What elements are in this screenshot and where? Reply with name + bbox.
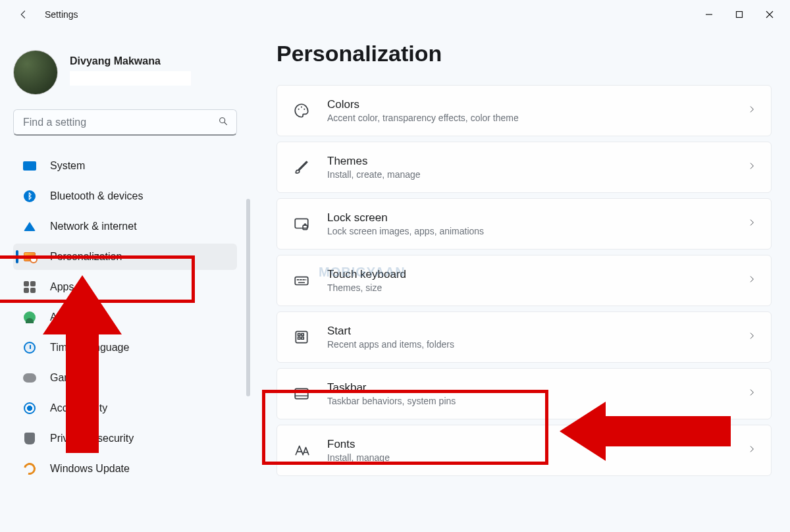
card-title: Taskbar (327, 381, 731, 394)
card-title: Colors (327, 98, 731, 111)
nav-accessibility[interactable]: Accessibility (13, 395, 237, 421)
card-start[interactable]: Start Recent apps and items, folders (276, 311, 772, 363)
svg-rect-12 (302, 337, 303, 339)
svg-rect-9 (298, 334, 300, 336)
nav-label: Gaming (50, 372, 87, 384)
nav-windows-update[interactable]: Windows Update (13, 456, 237, 482)
svg-rect-11 (298, 337, 300, 339)
svg-rect-10 (302, 334, 303, 336)
card-subtitle: Recent apps and items, folders (327, 339, 731, 350)
avatar (13, 50, 58, 95)
card-subtitle: Accent color, transparency effects, colo… (327, 113, 731, 123)
nav-personalization[interactable]: Personalization (13, 244, 237, 270)
chevron-right-icon (747, 218, 756, 230)
apps-icon (22, 280, 37, 294)
palette-icon (292, 101, 311, 120)
card-title: Start (327, 325, 731, 338)
nav-system[interactable]: System (13, 153, 237, 179)
user-block[interactable]: Divyang Makwana (13, 41, 237, 97)
clock-icon (22, 340, 37, 355)
svg-rect-13 (295, 388, 308, 398)
window-controls (694, 4, 785, 25)
shield-icon (22, 431, 37, 446)
svg-rect-7 (295, 277, 308, 285)
card-subtitle: Taskbar behaviors, system pins (327, 396, 731, 406)
personalization-icon (22, 250, 37, 264)
gaming-icon (22, 371, 37, 385)
card-colors[interactable]: Colors Accent color, transparency effect… (276, 85, 772, 136)
main-content: Personalization Colors Accent color, tra… (250, 29, 790, 532)
sidebar: Divyang Makwana System ᛒ Bluetooth & dev… (0, 29, 250, 532)
accounts-icon (22, 310, 37, 325)
search-input[interactable] (23, 117, 210, 128)
system-icon (22, 159, 37, 173)
chevron-right-icon (747, 331, 756, 343)
fonts-icon (292, 440, 311, 460)
taskbar-icon (292, 384, 311, 404)
nav-time-language[interactable]: Time & language (13, 334, 237, 361)
nav-label: Apps (50, 281, 74, 293)
card-title: Themes (327, 155, 731, 168)
accessibility-icon (22, 401, 37, 415)
card-subtitle: Lock screen images, apps, animations (327, 226, 731, 236)
chevron-right-icon (747, 105, 756, 117)
svg-rect-5 (295, 219, 308, 228)
svg-point-4 (303, 109, 305, 110)
chevron-right-icon (747, 444, 756, 456)
nav-apps[interactable]: Apps (13, 274, 237, 300)
update-icon (22, 462, 37, 476)
user-name: Divyang Makwana (70, 55, 191, 67)
chevron-right-icon (747, 275, 756, 286)
settings-list: Colors Accent color, transparency effect… (276, 85, 772, 476)
card-title: Fonts (327, 438, 731, 451)
svg-rect-0 (737, 12, 743, 18)
lock-screen-icon (292, 214, 311, 234)
maximize-button[interactable] (724, 4, 754, 25)
nav-network[interactable]: Network & internet (13, 213, 237, 240)
nav-label: Accessibility (50, 402, 107, 414)
card-lock-screen[interactable]: Lock screen Lock screen images, apps, an… (276, 198, 772, 250)
nav-label: Network & internet (50, 221, 137, 232)
card-themes[interactable]: Themes Install, create, manage (276, 142, 772, 193)
brush-icon (292, 157, 311, 177)
card-title: Touch keyboard (327, 268, 731, 281)
title-bar: Settings (0, 0, 790, 29)
card-subtitle: Install, create, manage (327, 169, 731, 180)
back-button[interactable] (16, 7, 32, 22)
nav-list: System ᛒ Bluetooth & devices Network & i… (13, 153, 237, 482)
keyboard-icon (292, 271, 311, 290)
nav-label: Bluetooth & devices (50, 190, 143, 202)
chevron-right-icon (747, 161, 756, 173)
svg-point-1 (220, 117, 225, 122)
wifi-icon (22, 219, 37, 234)
chevron-right-icon (747, 388, 756, 400)
svg-point-3 (301, 107, 302, 108)
svg-point-2 (298, 109, 300, 110)
nav-label: Personalization (50, 251, 122, 263)
nav-label: Accounts (50, 311, 93, 323)
nav-accounts[interactable]: Accounts (13, 304, 237, 331)
card-subtitle: Themes, size (327, 282, 731, 293)
card-touch-keyboard[interactable]: Touch keyboard Themes, size (276, 255, 772, 306)
nav-bluetooth[interactable]: ᛒ Bluetooth & devices (13, 183, 237, 209)
close-button[interactable] (754, 4, 785, 25)
card-fonts[interactable]: Fonts Install, manage (276, 425, 772, 476)
page-title: Personalization (276, 41, 773, 66)
search-box[interactable] (13, 109, 237, 136)
user-email-redacted (70, 71, 191, 86)
bluetooth-icon: ᛒ (22, 189, 37, 203)
start-icon (292, 327, 311, 347)
window-title: Settings (45, 9, 78, 20)
nav-label: Windows Update (50, 463, 130, 475)
nav-label: Time & language (50, 342, 129, 354)
card-taskbar[interactable]: Taskbar Taskbar behaviors, system pins (276, 368, 772, 419)
svg-rect-6 (303, 225, 307, 230)
minimize-button[interactable] (694, 4, 724, 25)
nav-label: System (50, 160, 85, 172)
search-icon (218, 116, 228, 129)
card-title: Lock screen (327, 211, 731, 225)
nav-gaming[interactable]: Gaming (13, 365, 237, 391)
nav-privacy[interactable]: Privacy & security (13, 425, 237, 452)
nav-label: Privacy & security (50, 433, 134, 444)
card-subtitle: Install, manage (327, 452, 731, 463)
